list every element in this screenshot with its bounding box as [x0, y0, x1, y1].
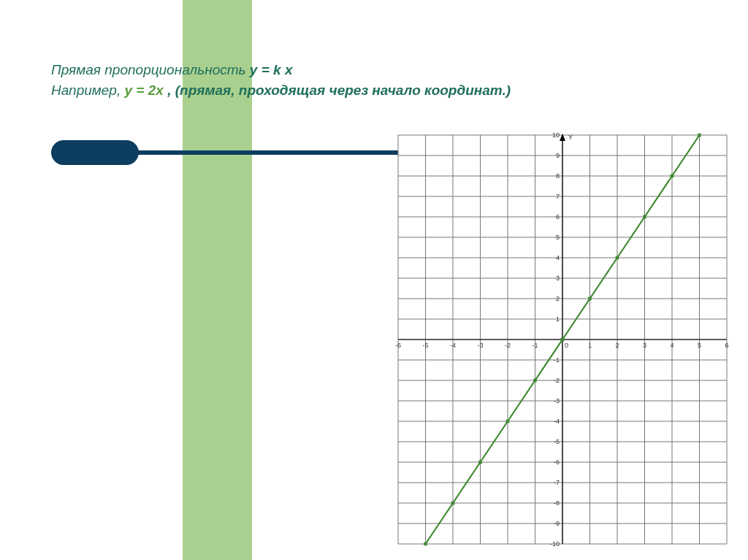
svg-text:2: 2 — [615, 342, 619, 349]
svg-text:4: 4 — [670, 342, 673, 349]
svg-text:10: 10 — [552, 131, 560, 139]
svg-text:6: 6 — [556, 213, 560, 220]
equation-general: y = k x — [250, 62, 293, 77]
svg-text:-9: -9 — [554, 520, 560, 527]
svg-text:9: 9 — [556, 152, 560, 159]
svg-text:-4: -4 — [554, 418, 560, 425]
bar-cap — [51, 140, 139, 165]
svg-text:-8: -8 — [554, 499, 560, 507]
chart-container: Y-6-5-4-3-2-10123456-10-9-8-7-6-5-4-3-2-… — [394, 131, 730, 548]
svg-text:-7: -7 — [554, 479, 560, 486]
title-line-1: Прямая пропорциональность y = k x — [51, 60, 694, 80]
chart-svg: Y-6-5-4-3-2-10123456-10-9-8-7-6-5-4-3-2-… — [394, 131, 730, 548]
svg-text:4: 4 — [556, 254, 560, 261]
svg-text:5: 5 — [556, 234, 560, 241]
title-line-2: Например, y = 2x , (прямая, проходящая ч… — [51, 80, 694, 101]
svg-text:3: 3 — [556, 275, 560, 282]
svg-text:-3: -3 — [554, 397, 560, 404]
title-suffix: , (прямая, проходящая через начало коорд… — [167, 83, 511, 98]
slide-title: Прямая пропорциональность y = k x Наприм… — [51, 60, 694, 100]
svg-text:8: 8 — [556, 172, 560, 180]
svg-text:-4: -4 — [450, 342, 456, 349]
svg-text:Y: Y — [568, 134, 573, 141]
svg-text:1: 1 — [588, 342, 592, 349]
svg-text:0: 0 — [565, 342, 568, 349]
svg-text:7: 7 — [556, 193, 560, 200]
svg-text:-2: -2 — [554, 377, 560, 384]
svg-text:-3: -3 — [477, 342, 483, 349]
decorative-bar — [51, 140, 398, 165]
svg-text:-2: -2 — [505, 342, 511, 349]
title-prefix-1: Прямая пропорциональность — [51, 62, 250, 77]
svg-text:3: 3 — [643, 342, 646, 349]
bar-line — [95, 150, 398, 155]
svg-text:5: 5 — [698, 342, 701, 349]
svg-text:-5: -5 — [554, 438, 560, 445]
svg-text:6: 6 — [725, 342, 728, 349]
svg-text:1: 1 — [556, 315, 560, 323]
slide: Прямая пропорциональность y = k x Наприм… — [0, 0, 748, 560]
svg-text:-10: -10 — [550, 540, 560, 548]
svg-text:-1: -1 — [554, 356, 560, 364]
svg-text:-6: -6 — [554, 459, 560, 466]
equation-example: y = 2x — [125, 83, 168, 98]
svg-text:-6: -6 — [395, 342, 401, 349]
svg-text:2: 2 — [556, 295, 560, 302]
title-prefix-2: Например, — [51, 83, 125, 98]
svg-text:-5: -5 — [422, 342, 428, 349]
svg-text:-1: -1 — [532, 342, 538, 349]
